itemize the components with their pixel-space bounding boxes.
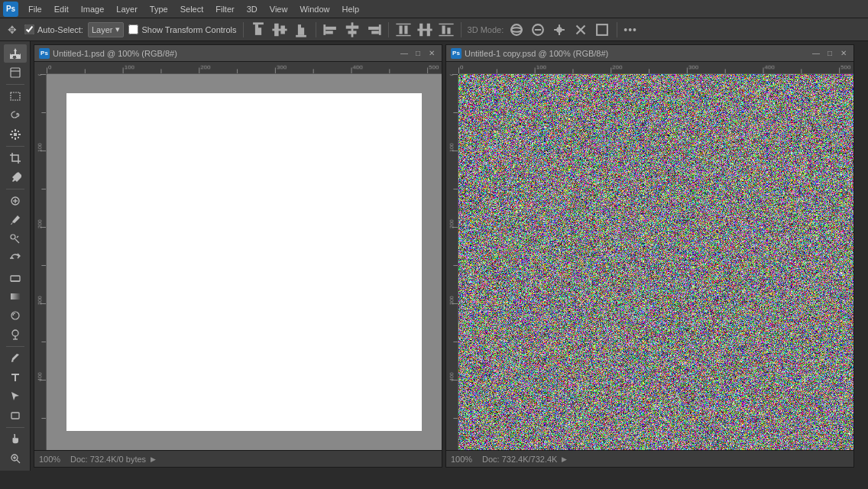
- app-logo: Ps: [3, 2, 18, 17]
- tool-separator-4: [6, 346, 24, 347]
- hand-tool-btn[interactable]: [4, 430, 27, 449]
- auto-select-label: Auto-Select:: [37, 25, 83, 34]
- options-separator-1: [243, 22, 244, 37]
- menu-window[interactable]: Window: [294, 3, 335, 15]
- dodge-tool-btn[interactable]: [4, 325, 27, 344]
- menu-filter[interactable]: Filter: [210, 3, 239, 15]
- align-bottom-btn[interactable]: [293, 21, 309, 38]
- doc-zoom-2: 100%: [451, 455, 478, 464]
- auto-select-group: Auto-Select:: [24, 24, 83, 34]
- layer-dropdown[interactable]: Layer ▾: [88, 22, 125, 37]
- doc-close-1[interactable]: ✕: [426, 48, 437, 59]
- zoom-tool-btn[interactable]: [4, 449, 27, 468]
- svg-rect-17: [371, 31, 379, 34]
- svg-point-29: [511, 24, 522, 35]
- svg-rect-14: [348, 31, 356, 34]
- doc-logo-2: Ps: [451, 48, 462, 59]
- menu-edit[interactable]: Edit: [49, 3, 74, 15]
- brush-tool-btn[interactable]: [4, 211, 27, 229]
- marquee-rect-tool-btn[interactable]: [4, 87, 27, 105]
- svg-rect-18: [396, 23, 410, 24]
- menu-type[interactable]: Type: [144, 3, 173, 15]
- 3d-mode-label: 3D Mode:: [468, 25, 504, 34]
- svg-rect-19: [396, 34, 410, 35]
- doc-maximize-1[interactable]: □: [413, 48, 423, 59]
- auto-select-checkbox[interactable]: [24, 24, 34, 34]
- doc-status-1: 100% Doc: 732.4K/0 bytes ▶: [34, 450, 442, 467]
- transform-controls-checkbox[interactable]: [128, 24, 138, 34]
- doc-minimize-1[interactable]: —: [399, 48, 410, 59]
- doc-info-2: Doc: 732.4K/732.4K: [482, 455, 557, 464]
- gradient-tool-btn[interactable]: [4, 287, 27, 306]
- more-options-btn[interactable]: •••: [623, 24, 637, 36]
- ruler-corner-1: [34, 62, 47, 74]
- svg-rect-39: [15, 138, 16, 140]
- doc-maximize-2[interactable]: □: [824, 48, 835, 59]
- menu-file[interactable]: File: [23, 3, 47, 15]
- canvas-wrapper-1[interactable]: [47, 74, 442, 450]
- dist-top-btn[interactable]: [395, 21, 412, 38]
- align-vcenter-btn[interactable]: [271, 21, 288, 38]
- svg-rect-26: [439, 34, 453, 35]
- path-select-tool-btn[interactable]: [4, 387, 27, 406]
- svg-rect-33: [597, 24, 607, 35]
- svg-rect-0: [253, 22, 264, 24]
- 3d-scale-btn[interactable]: [594, 21, 611, 38]
- healing-tool-btn[interactable]: [4, 192, 27, 210]
- menu-layer[interactable]: Layer: [111, 3, 143, 15]
- svg-rect-35: [11, 68, 20, 77]
- eraser-tool-btn[interactable]: [4, 268, 27, 287]
- pen-tool-btn[interactable]: [4, 349, 27, 368]
- move-tool-btn[interactable]: [4, 44, 27, 63]
- 3d-orbit-btn[interactable]: [508, 21, 525, 38]
- clone-stamp-tool-btn[interactable]: [4, 230, 27, 248]
- svg-line-60: [17, 460, 20, 463]
- svg-rect-1: [254, 24, 257, 35]
- shape-tool-btn[interactable]: [4, 406, 27, 425]
- menu-image[interactable]: Image: [76, 3, 110, 15]
- svg-rect-8: [301, 28, 304, 35]
- blur-tool-btn[interactable]: [4, 306, 27, 325]
- svg-rect-53: [11, 293, 20, 300]
- menu-view[interactable]: View: [264, 3, 293, 15]
- menu-select[interactable]: Select: [175, 3, 209, 15]
- align-right-btn[interactable]: [365, 21, 382, 38]
- svg-rect-15: [378, 24, 381, 35]
- doc-title-1: Untitled-1.psd @ 100% (RGB/8#): [53, 49, 396, 58]
- type-tool-btn[interactable]: [4, 368, 27, 387]
- menu-help[interactable]: Help: [337, 3, 365, 15]
- eyedropper-tool-btn[interactable]: [4, 168, 27, 186]
- history-brush-tool-btn[interactable]: [4, 249, 27, 267]
- ruler-h-1: [47, 62, 442, 74]
- svg-rect-37: [11, 92, 20, 100]
- lasso-tool-btn[interactable]: [4, 106, 27, 125]
- dist-bottom-btn[interactable]: [438, 21, 455, 38]
- ruler-v-1: [34, 74, 47, 450]
- svg-rect-45: [11, 137, 13, 138]
- doc-close-2[interactable]: ✕: [838, 48, 849, 59]
- svg-rect-27: [442, 25, 445, 34]
- 3d-pan-btn[interactable]: [551, 21, 568, 38]
- tool-separator-3: [6, 189, 24, 189]
- doc-nav-1[interactable]: ▶: [151, 455, 156, 463]
- canvas-wrapper-2[interactable]: [458, 74, 853, 450]
- doc-nav-2[interactable]: ▶: [562, 455, 567, 463]
- svg-point-30: [511, 28, 522, 32]
- 3d-roll-btn[interactable]: [530, 21, 546, 38]
- svg-rect-41: [18, 134, 21, 135]
- artboard-tool-btn[interactable]: [4, 63, 27, 82]
- dist-vcenter-btn[interactable]: [416, 21, 433, 38]
- crop-tool-btn[interactable]: [4, 149, 27, 167]
- doc-minimize-2[interactable]: —: [811, 48, 821, 59]
- align-hcenter-btn[interactable]: [344, 21, 361, 38]
- menu-3d[interactable]: 3D: [241, 3, 263, 15]
- magic-wand-tool-btn[interactable]: [4, 125, 27, 144]
- ruler-corner-2: [446, 62, 458, 74]
- svg-rect-24: [426, 23, 429, 36]
- align-left-btn[interactable]: [322, 21, 339, 38]
- ruler-h-2: [458, 62, 853, 74]
- align-top-btn[interactable]: [250, 21, 267, 38]
- 3d-slide-btn[interactable]: [572, 21, 589, 38]
- svg-rect-25: [439, 23, 453, 24]
- tool-separator-5: [6, 427, 24, 428]
